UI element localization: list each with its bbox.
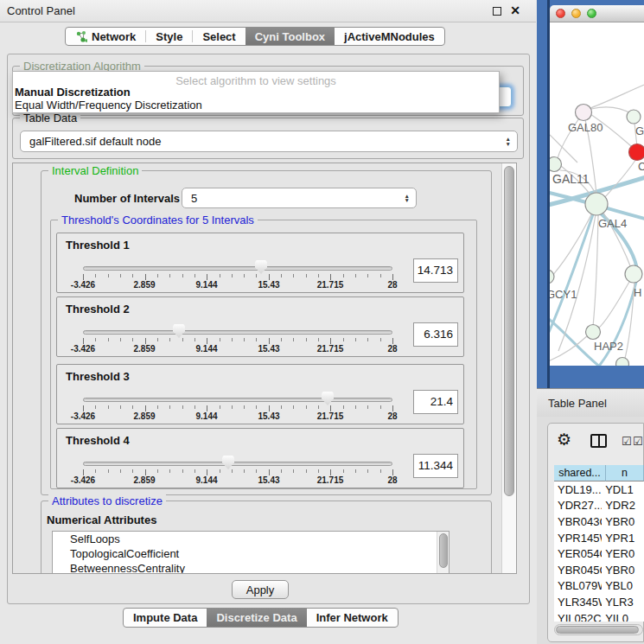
cell: YPR1: [602, 532, 644, 545]
tick-label: 28: [387, 475, 397, 485]
node-label-hap2: HAP2: [594, 340, 623, 353]
tab-cyni-toolbox[interactable]: Cyni Toolbox: [245, 28, 335, 45]
table-row[interactable]: YBR045CYBR0: [554, 562, 644, 578]
list-item[interactable]: BetweennessCentrality: [53, 562, 449, 574]
tick-label: 15.43: [258, 411, 279, 421]
checkbox-icon[interactable]: ☑: [633, 435, 643, 448]
tab-impute-data[interactable]: Impute Data: [124, 609, 207, 627]
cell: YIL0: [602, 612, 644, 622]
threshold-4-slider-thumb[interactable]: [222, 456, 234, 469]
table-row[interactable]: YDL19...YDL1: [554, 481, 644, 498]
apply-button[interactable]: Apply: [232, 580, 289, 599]
tab-style[interactable]: Style: [146, 28, 192, 45]
threshold-2-slider-thumb[interactable]: [173, 324, 185, 338]
threshold-2-slider-track[interactable]: [83, 330, 392, 335]
node-gcy1[interactable]: [550, 270, 554, 284]
network-icon: [75, 30, 87, 43]
tick-label: 15.43: [258, 344, 279, 354]
split-columns-icon[interactable]: [590, 434, 607, 448]
cell: YBL079W: [554, 579, 602, 592]
settings-scrollbar[interactable]: [501, 163, 516, 573]
node-label-ga: GA: [635, 124, 644, 137]
node-label-gcy1: GCY1: [550, 288, 577, 301]
algorithm-option-equal-width[interactable]: Equal Width/Frequency Discretization: [13, 99, 499, 112]
tab-cyni-toolbox-label: Cyni Toolbox: [255, 30, 325, 43]
attributes-group: Attributes to discretize Numerical Attri…: [41, 501, 492, 574]
node-red-selected[interactable]: [629, 144, 644, 161]
node-label-gal4: GAL4: [598, 217, 627, 230]
node-gal80[interactable]: [576, 105, 592, 121]
algorithm-placeholder: Select algorithm to view settings: [13, 72, 499, 86]
threshold-3-slider-track[interactable]: [83, 398, 392, 402]
network-window-titlebar: [550, 5, 644, 22]
table-row[interactable]: YBR043CYBR0: [554, 513, 644, 530]
tab-network[interactable]: Network: [66, 28, 145, 45]
threshold-4-value-field[interactable]: 11.344: [413, 454, 458, 478]
list-item[interactable]: SelfLoops: [53, 532, 449, 546]
tick-label: 2.859: [133, 475, 155, 485]
tab-jactivemnodules[interactable]: jActiveMNodules: [335, 28, 444, 45]
tab-select-label: Select: [202, 30, 235, 43]
list-scrollbar[interactable]: [437, 532, 449, 574]
threshold-3-slider-thumb[interactable]: [322, 392, 334, 405]
table-row[interactable]: YIL052CYIL0: [554, 610, 644, 622]
threshold-1-slider-track[interactable]: [83, 266, 392, 271]
node-hap2[interactable]: [586, 325, 601, 340]
table-row[interactable]: YDR27...YDR2: [554, 498, 644, 514]
gear-icon[interactable]: ⚙: [557, 430, 571, 450]
minimize-traffic-light-icon[interactable]: [571, 9, 581, 18]
table-panel-title: Table Panel: [548, 397, 607, 410]
threshold-4-box: Threshold 4 -3.426 2.859 9.144 15.43 21.…: [56, 428, 464, 488]
checkbox-icon[interactable]: ☑: [622, 435, 632, 448]
node-attribute-table[interactable]: shared... n YDL19...YDL1 YDR27...YDR2 YB…: [554, 465, 644, 622]
number-of-intervals-select[interactable]: 5 ▲ ▼: [182, 188, 417, 208]
table-row[interactable]: YBL079WYBL0: [554, 578, 644, 595]
network-canvas[interactable]: GAL80 GA C GAL11 GAL4 GCY1 H HAP2: [550, 22, 644, 366]
tick-label: 2.859: [133, 344, 155, 354]
scrollbar-thumb[interactable]: [504, 166, 514, 496]
table-row[interactable]: YLR345WYLR3: [554, 594, 644, 610]
threshold-1-value-field[interactable]: 14.713: [413, 258, 458, 283]
tab-discretize-data[interactable]: Discretize Data: [207, 609, 306, 627]
threshold-3-value-field[interactable]: 21.4: [413, 390, 458, 414]
tab-select[interactable]: Select: [193, 28, 245, 45]
column-header-name[interactable]: n: [606, 465, 644, 481]
threshold-4-slider-track[interactable]: [83, 462, 392, 466]
tick-label: 21.715: [317, 411, 344, 421]
zoom-traffic-light-icon[interactable]: [587, 9, 596, 18]
close-icon[interactable]: ✕: [510, 3, 520, 17]
stepper-icon: ▲ ▼: [506, 137, 511, 145]
node-top-right[interactable]: [627, 110, 641, 124]
tab-jactivemnodules-label: jActiveMNodules: [344, 30, 435, 43]
interval-definition-group: Interval Definition Number of Intervals …: [41, 170, 492, 495]
cell: YBR0: [602, 515, 644, 528]
threshold-2-value-field[interactable]: 6.316: [413, 322, 458, 347]
node-bottom-partial[interactable]: [616, 358, 629, 367]
tick-label: -3.426: [71, 475, 95, 485]
close-traffic-light-icon[interactable]: [556, 9, 565, 18]
table-data-select[interactable]: galFiltered.sif default node ▲ ▼: [20, 131, 518, 152]
algorithm-option-manual[interactable]: Manual Discretization: [13, 86, 499, 99]
table-horizontal-scrollbar[interactable]: [554, 624, 643, 635]
scrollbar-thumb[interactable]: [439, 533, 448, 568]
list-item[interactable]: TopologicalCoefficient: [53, 547, 449, 561]
table-data-group-title: Table Data: [20, 112, 80, 124]
tick-label: 21.715: [317, 475, 344, 485]
tab-network-label: Network: [92, 30, 136, 43]
number-of-intervals-value: 5: [191, 192, 405, 205]
node-gal4[interactable]: [585, 193, 608, 215]
threshold-1-slider-thumb[interactable]: [255, 260, 267, 274]
tick-label: -3.426: [71, 280, 95, 290]
table-row[interactable]: YPR145WYPR1: [554, 530, 644, 546]
tab-infer-network[interactable]: Infer Network: [307, 609, 398, 627]
table-row[interactable]: YER054CYER0: [554, 545, 644, 562]
slider-major-ticks: [83, 274, 393, 280]
node-h[interactable]: [625, 265, 642, 283]
column-header-shared-name[interactable]: shared...: [554, 465, 606, 481]
float-window-icon[interactable]: [493, 7, 501, 16]
table-data-group: Table Data galFiltered.sif default node …: [12, 118, 524, 159]
scrollbar-thumb[interactable]: [556, 626, 639, 634]
cell: YDR27...: [554, 499, 602, 512]
threshold-2-label: Threshold 2: [66, 303, 130, 316]
node-gal11[interactable]: [550, 157, 562, 172]
